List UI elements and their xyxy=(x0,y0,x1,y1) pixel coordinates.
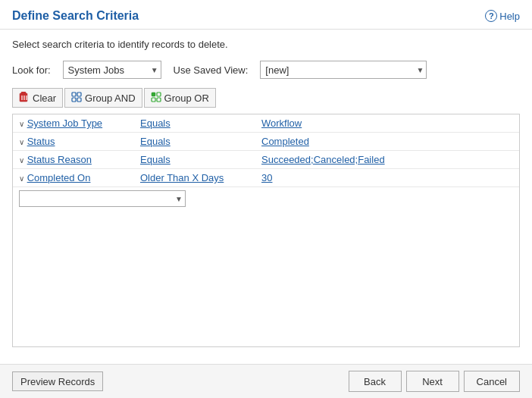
savedview-select-wrapper: [new] ▼ xyxy=(260,61,427,79)
page-description: Select search criteria to identify recor… xyxy=(12,39,520,50)
row2-value-link[interactable]: Completed xyxy=(261,136,309,147)
table-row: ∨ Status Equals Completed xyxy=(13,133,519,151)
next-button[interactable]: Next xyxy=(406,371,459,392)
criteria-toolbar: Clear Group AND xyxy=(12,88,520,108)
row1-field-link[interactable]: System Job Type xyxy=(27,118,102,129)
criteria-table: ∨ System Job Type Equals Workflow xyxy=(13,114,519,210)
footer-left: Preview Records xyxy=(12,371,103,391)
row2-field-link[interactable]: Status xyxy=(27,136,55,147)
row1-operator-link[interactable]: Equals xyxy=(140,118,171,129)
new-field-select[interactable] xyxy=(19,190,186,207)
page-title: Define Search Criteria xyxy=(12,9,139,23)
svg-rect-10 xyxy=(157,92,161,96)
group-or-label: Group OR xyxy=(164,92,209,104)
group-and-label: Group AND xyxy=(85,92,135,104)
svg-rect-9 xyxy=(152,92,155,96)
svg-rect-1 xyxy=(21,92,26,94)
clear-icon xyxy=(19,92,30,105)
row4-field-link[interactable]: Completed On xyxy=(27,172,91,183)
table-row: ∨ System Job Type Equals Workflow xyxy=(13,114,519,133)
preview-records-button[interactable]: Preview Records xyxy=(12,371,103,391)
clear-button[interactable]: Clear xyxy=(12,88,63,108)
svg-rect-11 xyxy=(152,98,155,102)
svg-rect-12 xyxy=(157,98,161,102)
back-button[interactable]: Back xyxy=(349,371,402,392)
row3-value-link[interactable]: Succeeded;Canceled;Failed xyxy=(261,154,385,165)
row1-chevron[interactable]: ∨ xyxy=(19,120,24,128)
group-and-icon xyxy=(71,92,82,105)
svg-rect-7 xyxy=(72,98,76,102)
row2-operator-link[interactable]: Equals xyxy=(140,136,171,147)
help-icon: ? xyxy=(485,10,497,22)
row3-operator-link[interactable]: Equals xyxy=(140,154,171,165)
lookfor-select-wrapper: System Jobs ▼ xyxy=(63,61,161,79)
footer: Preview Records Back Next Cancel xyxy=(0,364,532,398)
svg-rect-8 xyxy=(77,98,81,102)
svg-rect-5 xyxy=(72,92,76,96)
row4-chevron[interactable]: ∨ xyxy=(19,174,24,183)
new-field-select-wrapper: ▼ xyxy=(19,190,186,207)
row3-chevron[interactable]: ∨ xyxy=(19,156,24,165)
group-or-button[interactable]: Group OR xyxy=(144,88,216,108)
criteria-table-container: ∨ System Job Type Equals Workflow xyxy=(12,114,520,347)
table-row: ∨ Status Reason Equals Succeeded;Cancele… xyxy=(13,151,519,169)
savedview-label: Use Saved View: xyxy=(174,64,249,76)
savedview-select[interactable]: [new] xyxy=(260,61,427,79)
row4-operator-link[interactable]: Older Than X Days xyxy=(140,172,224,183)
cancel-button[interactable]: Cancel xyxy=(464,371,520,392)
row4-value-link[interactable]: 30 xyxy=(261,172,272,183)
clear-label: Clear xyxy=(33,92,56,104)
group-and-button[interactable]: Group AND xyxy=(64,88,142,108)
help-label: Help xyxy=(499,11,520,22)
table-row: ∨ Completed On Older Than X Days 30 xyxy=(13,169,519,187)
help-link[interactable]: ? Help xyxy=(485,10,520,22)
lookfor-label: Look for: xyxy=(12,64,51,76)
new-criteria-row: ▼ xyxy=(13,187,519,211)
row2-chevron[interactable]: ∨ xyxy=(19,138,24,146)
group-or-icon xyxy=(151,92,161,105)
row1-value-link[interactable]: Workflow xyxy=(261,118,302,129)
row3-field-link[interactable]: Status Reason xyxy=(27,154,92,165)
svg-rect-6 xyxy=(77,92,81,96)
footer-right: Back Next Cancel xyxy=(349,371,520,392)
lookfor-select[interactable]: System Jobs xyxy=(63,61,161,79)
